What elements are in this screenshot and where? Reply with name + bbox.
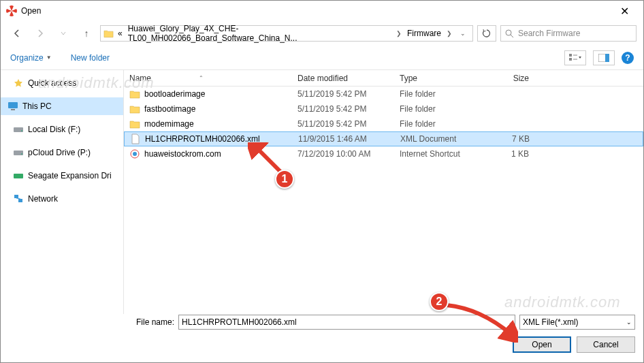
svg-point-19: [133, 152, 137, 156]
file-date: 5/11/2019 5:42 PM: [297, 119, 400, 129]
file-row[interactable]: huaweistockrom.com 7/12/2019 10:00 AM In…: [124, 146, 643, 161]
search-input[interactable]: Search Firmware: [500, 25, 637, 42]
svg-line-17: [16, 198, 20, 199]
file-name-label: File name:: [127, 317, 174, 327]
svg-rect-7: [605, 54, 609, 62]
drive-icon: [13, 147, 24, 158]
folder-icon: [103, 29, 114, 38]
xml-file-icon: [130, 133, 141, 144]
drive-icon: [13, 124, 24, 135]
svg-point-0: [506, 30, 511, 35]
sidebar-item-network[interactable]: Network: [1, 190, 123, 208]
up-button[interactable]: ↑: [77, 25, 96, 42]
file-type: File folder: [400, 119, 488, 129]
column-headers: Name⌃ Date modified Type Size: [124, 70, 643, 86]
address-dropdown[interactable]: ⌄: [456, 30, 470, 37]
svg-rect-2: [569, 54, 572, 57]
cancel-button[interactable]: Cancel: [577, 336, 635, 353]
svg-rect-16: [18, 199, 22, 202]
sidebar-item-label: Seagate Expansion Dri: [28, 171, 112, 180]
pc-icon: [7, 101, 18, 112]
svg-rect-15: [14, 195, 18, 198]
svg-rect-9: [11, 109, 15, 110]
file-row[interactable]: fastbootimage 5/11/2019 5:42 PM File fol…: [124, 101, 643, 116]
titlebar: Open ✕: [1, 1, 643, 21]
address-bar[interactable]: « Huawei_Glory_Play_4X_CHE-TL00_MH002066…: [100, 25, 473, 42]
col-type[interactable]: Type: [400, 74, 488, 83]
nav-row: ↑ « Huawei_Glory_Play_4X_CHE-TL00_MH0020…: [1, 21, 643, 46]
sidebar-item-label: This PC: [22, 101, 52, 111]
svg-rect-14: [14, 174, 23, 178]
sidebar-item-this-pc[interactable]: This PC: [1, 97, 123, 115]
shortcut-icon: [129, 148, 140, 159]
annotation-badge-2: 2: [430, 292, 449, 311]
folder-icon: [129, 89, 140, 99]
file-size: 7 KB: [489, 134, 543, 144]
file-type: File folder: [400, 89, 488, 99]
toolbar: Organize▼ New folder ?: [1, 46, 643, 70]
new-folder-button[interactable]: New folder: [71, 53, 110, 63]
annotation-arrow-icon: [443, 302, 518, 343]
file-date: 5/11/2019 5:42 PM: [297, 89, 400, 99]
file-name: fastbootimage: [144, 104, 195, 114]
organize-button[interactable]: Organize▼: [10, 53, 52, 63]
svg-point-13: [21, 153, 22, 155]
preview-pane-button[interactable]: [593, 50, 615, 65]
star-icon: [13, 78, 24, 89]
annotation-badge-1: 1: [275, 170, 294, 189]
chevron-down-icon: ⌄: [626, 319, 632, 326]
sidebar-item-label: Local Disk (F:): [28, 125, 80, 134]
search-icon: [505, 29, 514, 38]
svg-line-20: [255, 146, 282, 173]
svg-point-11: [21, 130, 22, 131]
file-type: File folder: [400, 104, 488, 114]
file-name: huaweistockrom.com: [144, 149, 221, 159]
file-date: 7/12/2019 10:00 AM: [297, 149, 400, 159]
file-pane: Name⌃ Date modified Type Size bootloader…: [123, 70, 643, 314]
file-name: bootloaderimage: [144, 89, 205, 99]
svg-rect-3: [569, 58, 572, 61]
file-type-filter[interactable]: XML File(*.xml)⌄: [519, 315, 635, 330]
col-date[interactable]: Date modified: [297, 74, 400, 83]
sidebar-item-label: Quick access: [28, 78, 76, 88]
crumb-parent[interactable]: Huawei_Glory_Play_4X_CHE-TL00_MH002066_B…: [127, 24, 392, 43]
chevron-right-icon[interactable]: ❯: [395, 30, 403, 37]
crumb-current[interactable]: Firmware: [406, 29, 442, 38]
svg-rect-8: [8, 102, 18, 108]
col-name[interactable]: Name⌃: [124, 74, 297, 83]
back-button[interactable]: [7, 25, 27, 42]
sidebar-item-drive-p[interactable]: pCloud Drive (P:): [1, 144, 123, 161]
chevron-right-icon[interactable]: ❯: [445, 30, 453, 37]
folder-icon: [129, 104, 140, 114]
chevron-down-icon: ▼: [46, 54, 52, 61]
body: Quick access This PC Local Disk (F:) pCl…: [1, 70, 643, 314]
crumb-prefix[interactable]: «: [116, 29, 124, 38]
huawei-logo-icon: [6, 5, 17, 16]
close-button[interactable]: ✕: [611, 5, 638, 18]
view-options-button[interactable]: [564, 50, 586, 65]
recent-dropdown[interactable]: [54, 25, 73, 42]
file-row[interactable]: modemimage 5/11/2019 5:42 PM File folder: [124, 116, 643, 131]
sidebar-item-quick-access[interactable]: Quick access: [1, 74, 123, 92]
sidebar: Quick access This PC Local Disk (F:) pCl…: [1, 70, 123, 314]
col-size[interactable]: Size: [488, 74, 543, 83]
drive-icon: [13, 170, 24, 181]
forward-button[interactable]: [31, 25, 50, 42]
file-name: HL1CHRPROTLMH002066.xml: [145, 134, 260, 144]
file-type: Internet Shortcut: [400, 149, 488, 159]
file-name: modemimage: [144, 119, 194, 129]
file-row[interactable]: bootloaderimage 5/11/2019 5:42 PM File f…: [124, 86, 643, 101]
sidebar-item-label: pCloud Drive (P:): [28, 148, 91, 157]
sidebar-item-drive-f[interactable]: Local Disk (F:): [1, 121, 123, 138]
svg-line-1: [511, 35, 513, 37]
file-row[interactable]: HL1CHRPROTLMH002066.xml 11/9/2015 1:46 A…: [124, 131, 643, 146]
network-icon: [13, 193, 24, 204]
search-placeholder: Search Firmware: [518, 29, 580, 38]
sidebar-item-drive-seagate[interactable]: Seagate Expansion Dri: [1, 167, 123, 185]
open-button[interactable]: Open: [513, 336, 571, 353]
sidebar-item-label: Network: [28, 194, 58, 204]
bottom-panel: File name: XML File(*.xml)⌄ Open Cancel: [1, 308, 643, 362]
help-button[interactable]: ?: [622, 52, 634, 64]
refresh-button[interactable]: [477, 25, 496, 42]
file-date: 11/9/2015 1:46 AM: [298, 134, 400, 144]
